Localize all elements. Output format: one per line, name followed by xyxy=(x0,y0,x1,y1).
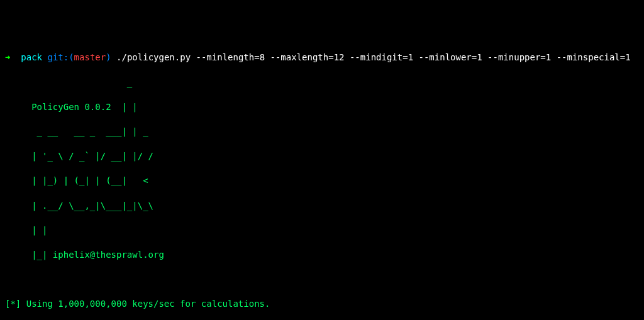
banner-line: | '_ \ / _` |/ __| |/ / xyxy=(5,150,639,163)
output-calc: [*] Using 1,000,000,000 keys/sec for cal… xyxy=(5,298,639,311)
prompt-dir: pack xyxy=(21,52,42,62)
prompt-paren-close: ) xyxy=(106,52,111,62)
banner-line: PolicyGen 0.0.2 | | xyxy=(5,101,639,114)
prompt-branch: master xyxy=(74,52,106,62)
banner-line: | |_) | (_| | (__| < xyxy=(5,175,639,187)
prompt-arrow: ➜ xyxy=(5,52,10,62)
banner-line: | | xyxy=(5,224,639,237)
prompt-git-label: git:( xyxy=(47,52,74,62)
banner-line: |_| iphelix@thesprawl.org xyxy=(5,249,639,262)
command-text[interactable]: ./policygen.py --minlength=8 --maxlength… xyxy=(116,52,631,62)
shell-prompt-line: ➜ pack git:(master) ./policygen.py --min… xyxy=(5,52,639,64)
banner-line: _ __ __ _ ___| | _ xyxy=(5,126,639,138)
banner-line: _ xyxy=(5,77,639,89)
banner-line: | .__/ \__,_|\___|_|\_\ xyxy=(5,200,639,212)
